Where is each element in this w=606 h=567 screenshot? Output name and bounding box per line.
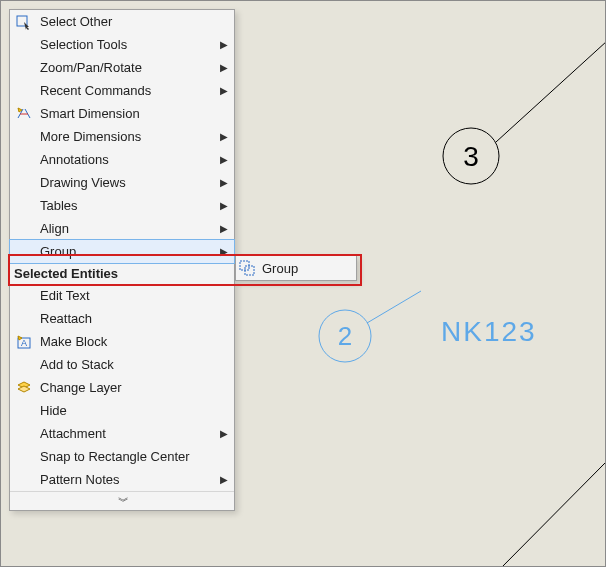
blank-icon xyxy=(14,58,34,78)
menu-item-label: Zoom/Pan/Rotate xyxy=(34,60,220,75)
menu-item-label: Edit Text xyxy=(34,288,228,303)
blank-icon xyxy=(14,219,34,239)
submenu-group-label[interactable]: Group xyxy=(258,261,298,276)
balloon-2-text: 2 xyxy=(338,321,352,351)
chevrons-down-icon: ︾ xyxy=(118,494,127,509)
smart-dimension-icon xyxy=(14,104,34,124)
menu-item-label: Tables xyxy=(34,198,220,213)
submenu-arrow-icon: ▶ xyxy=(220,85,228,96)
menu-expand[interactable]: ︾ xyxy=(10,491,234,510)
menu-item-selection-tools[interactable]: Selection Tools▶ xyxy=(10,33,234,56)
menu-item-zoom-pan-rotate[interactable]: Zoom/Pan/Rotate▶ xyxy=(10,56,234,79)
menu-item-label: Drawing Views xyxy=(34,175,220,190)
menu-item-annotations[interactable]: Annotations▶ xyxy=(10,148,234,171)
menu-item-label: More Dimensions xyxy=(34,129,220,144)
blank-icon xyxy=(14,242,34,262)
svg-line-0 xyxy=(496,41,606,142)
menu-item-label: Change Layer xyxy=(34,380,228,395)
blank-icon xyxy=(14,309,34,329)
blank-icon xyxy=(14,35,34,55)
menu-item-recent-commands[interactable]: Recent Commands▶ xyxy=(10,79,234,102)
submenu-arrow-icon: ▶ xyxy=(220,246,228,257)
menu-item-edit-text[interactable]: Edit Text xyxy=(10,284,234,307)
menu-section-selected-entities: Selected Entities xyxy=(10,263,234,284)
menu-item-label: Annotations xyxy=(34,152,220,167)
menu-item-more-dimensions[interactable]: More Dimensions▶ xyxy=(10,125,234,148)
blank-icon xyxy=(14,150,34,170)
menu-item-label: Group xyxy=(34,244,220,259)
select-other-icon xyxy=(14,12,34,32)
submenu-arrow-icon: ▶ xyxy=(220,474,228,485)
blank-icon xyxy=(14,355,34,375)
submenu-arrow-icon: ▶ xyxy=(220,200,228,211)
submenu-arrow-icon: ▶ xyxy=(220,154,228,165)
menu-item-label: Selection Tools xyxy=(34,37,220,52)
balloon-3[interactable]: 3 xyxy=(443,41,606,184)
submenu-arrow-icon: ▶ xyxy=(220,428,228,439)
blank-icon xyxy=(14,196,34,216)
menu-item-label: Select Other xyxy=(34,14,228,29)
submenu-arrow-icon: ▶ xyxy=(220,131,228,142)
drawing-line xyxy=(501,461,606,567)
blank-icon xyxy=(14,81,34,101)
group-icon xyxy=(236,258,258,278)
menu-item-label: Make Block xyxy=(34,334,228,349)
balloon-2[interactable]: 2 xyxy=(319,291,421,362)
blank-icon xyxy=(14,286,34,306)
menu-item-label: Recent Commands xyxy=(34,83,220,98)
menu-item-select-other[interactable]: Select Other xyxy=(10,10,234,33)
menu-item-pattern-notes[interactable]: Pattern Notes▶ xyxy=(10,468,234,491)
menu-item-attachment[interactable]: Attachment▶ xyxy=(10,422,234,445)
menu-item-drawing-views[interactable]: Drawing Views▶ xyxy=(10,171,234,194)
submenu-group: Group xyxy=(235,255,357,281)
menu-item-label: Attachment xyxy=(34,426,220,441)
submenu-arrow-icon: ▶ xyxy=(220,62,228,73)
blank-icon xyxy=(14,424,34,444)
note-text[interactable]: NK123 xyxy=(441,316,537,348)
menu-item-label: Hide xyxy=(34,403,228,418)
menu-item-label: Add to Stack xyxy=(34,357,228,372)
menu-item-align[interactable]: Align▶ xyxy=(10,217,234,240)
menu-item-add-to-stack[interactable]: Add to Stack xyxy=(10,353,234,376)
change-layer-icon xyxy=(14,378,34,398)
blank-icon xyxy=(14,173,34,193)
context-menu: Select OtherSelection Tools▶Zoom/Pan/Rot… xyxy=(9,9,235,511)
menu-item-label: Smart Dimension xyxy=(34,106,228,121)
balloon-3-text: 3 xyxy=(463,141,479,172)
menu-item-label: Pattern Notes xyxy=(34,472,220,487)
submenu-arrow-icon: ▶ xyxy=(220,39,228,50)
menu-item-label: Snap to Rectangle Center xyxy=(34,449,228,464)
svg-text:A: A xyxy=(21,338,27,348)
menu-item-tables[interactable]: Tables▶ xyxy=(10,194,234,217)
submenu-arrow-icon: ▶ xyxy=(220,223,228,234)
menu-item-label: Reattach xyxy=(34,311,228,326)
menu-item-snap-to-rectangle-center[interactable]: Snap to Rectangle Center xyxy=(10,445,234,468)
menu-item-label: Align xyxy=(34,221,220,236)
make-block-icon: A xyxy=(14,332,34,352)
blank-icon xyxy=(14,447,34,467)
menu-item-make-block[interactable]: AMake Block xyxy=(10,330,234,353)
blank-icon xyxy=(14,401,34,421)
menu-item-smart-dimension[interactable]: Smart Dimension xyxy=(10,102,234,125)
blank-icon xyxy=(14,127,34,147)
submenu-arrow-icon: ▶ xyxy=(220,177,228,188)
menu-item-reattach[interactable]: Reattach xyxy=(10,307,234,330)
blank-icon xyxy=(14,470,34,490)
svg-line-2 xyxy=(367,291,421,323)
menu-item-hide[interactable]: Hide xyxy=(10,399,234,422)
menu-item-change-layer[interactable]: Change Layer xyxy=(10,376,234,399)
menu-item-group[interactable]: Group▶ xyxy=(10,240,234,263)
